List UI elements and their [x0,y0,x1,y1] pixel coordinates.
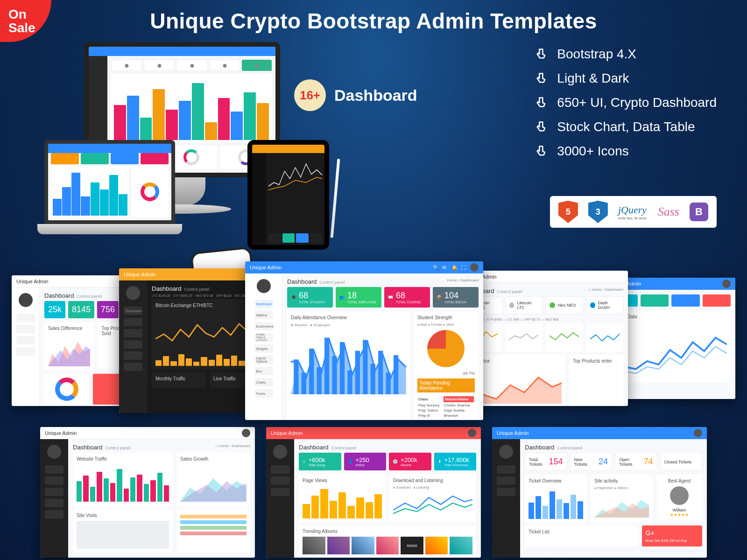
svg-rect-4 [302,372,306,394]
thumb-school-dashboard: Unique Admin 🔍 ✉ 🔔 ⛶ Dashboard Mailbox E… [245,261,483,420]
svg-rect-11 [355,351,360,394]
jquery-logo: jQuery write less, do more. [618,204,648,220]
pointer-icon [535,71,549,85]
feature-text: 3000+ Icons [557,144,628,159]
avatar [470,263,479,272]
pointer-icon [535,96,549,110]
tablet [247,140,329,250]
svg-rect-9 [340,342,345,394]
panel-title: Site Visits [77,513,169,518]
svg-rect-3 [294,359,298,394]
svg-rect-14 [378,351,383,394]
svg-rect-7 [324,338,329,394]
sidebar-item: Forms [254,389,273,398]
feature-item: 650+ UI, Crypto Dashboard [535,95,717,110]
panel-title: Daily Attendance Overview [291,315,406,320]
css3-logo: 3 [588,201,608,223]
avatar [468,429,476,437]
svg-rect-12 [363,340,367,394]
dashboard-count-label: Dashboard [334,86,417,105]
search-icon: 🔍 [433,265,438,270]
feature-item: 3000+ Icons [535,144,717,159]
jquery-logo-tagline: write less, do more. [618,216,648,220]
avatar [722,280,731,288]
sidebar-item: Box [254,367,273,375]
thumbnail-row-1: Unique Admin DashboardControl panel 25k … [0,261,747,420]
fullscreen-icon: ⛶ [461,265,466,270]
panel-title: Sales Growth [180,456,247,462]
sidebar-item: Mailbox [254,311,273,319]
thumb-website-traffic: Unique Admin DashboardControl panel ⌂ Ho… [40,427,255,558]
panel-title: Trending Albums [303,529,472,534]
tech-logos: 5 3 jQuery write less, do more. Sass B [550,196,717,228]
pointer-icon [535,47,549,61]
pie-value: 24.7% [417,371,475,376]
html5-logo: 5 [558,201,578,223]
panel-title: Download and Listening [393,478,472,483]
feature-text: Light & Dark [557,71,629,86]
panel-title: Page Views [303,478,382,483]
thumb-crypto-coins: Unique Admin DashboardControl panel ⌂ Ho… [460,271,628,406]
svg-rect-8 [332,356,337,394]
onsale-line1: On [8,7,27,21]
thumb-brand: Unique Admin [16,279,49,284]
svg-rect-13 [371,364,375,394]
sass-logo: Sass [658,205,679,219]
bell-icon: 🔔 [451,265,457,270]
bootstrap-logo: B [690,203,708,221]
panel-title: Site activity [594,478,649,483]
panel-title: Student Strength [417,315,475,320]
svg-rect-15 [386,372,391,394]
feature-text: Bootstrap 4.X [557,47,636,62]
feature-item: Stock Chart, Data Table [535,119,717,134]
sidebar-item: Dashboard [254,300,273,308]
thumb-tickets: Unique Admin DashboardControl panel Tota… [492,427,707,558]
sidebar-item: Ecommerce [254,322,273,330]
svg-marker-1 [48,346,90,366]
feature-item: Light & Dark [535,71,717,86]
feature-item: Bootstrap 4.X [535,47,717,62]
sidebar-item: Widgets [254,344,273,353]
pointer-icon [535,120,549,134]
promo-text: Now Get 53% Off on buy [646,539,698,543]
svg-rect-5 [309,349,314,394]
panel-title: Website Traffic [77,456,169,462]
thumb-music-dashboard: Unique Admin DashboardControl panel ♫+60… [266,427,481,558]
mail-icon: ✉ [442,265,448,270]
pointer-icon [535,144,549,158]
avatar [242,429,250,437]
svg-rect-10 [347,371,352,394]
thumb-brand: Unique Admin [124,272,156,277]
thumbnail-row-2: Unique Admin DashboardControl panel ⌂ Ho… [0,427,747,558]
feature-text: Stock Chart, Data Table [557,119,695,134]
panel-title: Best Agent [660,478,698,483]
sidebar-item: Layout Options [254,356,273,364]
panel-title: Sales Difference [48,326,90,331]
sidebar-section: FORMS, TABLE & LAYOUTS [254,333,273,342]
thumb-brand: Unique Admin [250,265,282,270]
feature-text: 650+ UI, Crypto Dashboard [557,95,717,110]
laptop [44,140,175,224]
svg-rect-16 [394,355,398,394]
onsale-badge: On Sale [0,0,51,42]
agent-name: William [660,508,698,512]
feature-list: Bootstrap 4.X Light & Dark 650+ UI, Cryp… [535,47,717,159]
onsale-line2: Sale [8,21,35,35]
page-title: Unique Crypto Bootstrap Admin Templates [0,8,747,34]
panel-title: Ticket List [529,529,634,534]
panel-title: Bitcoin Exchange ETH/BTC [155,303,260,308]
panel-title: Morris Data [613,314,727,319]
avatar [694,429,702,437]
crypto-ticker: BTC $6,879 — ETH $450 — LTC $99 — XRP $0… [465,318,623,321]
svg-rect-6 [317,367,322,394]
thumb-heading: Dashboard [44,292,74,299]
panel-title: Ticket Overview [529,478,583,483]
sidebar-item: Charts [254,378,273,386]
stylus-pen [331,159,340,238]
jquery-logo-text: jQuery [618,204,647,216]
device-showcase: ⬤⬤⬤⬤⬤ [37,42,317,243]
